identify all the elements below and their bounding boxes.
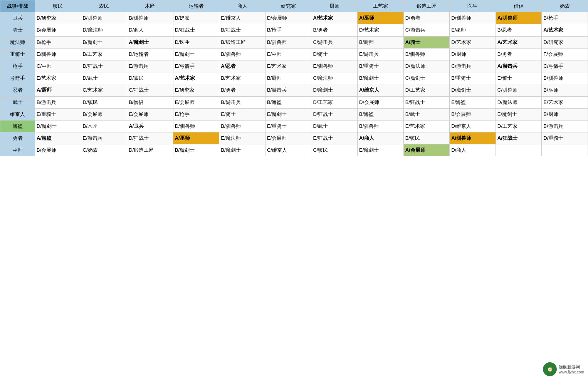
cell-0-8: D/勇者	[403, 12, 450, 24]
cell-10-5: E/会展师	[265, 132, 311, 144]
cell-11-11	[542, 144, 588, 156]
cell-5-0: E/艺术家	[35, 72, 81, 84]
cell-11-9: D/商人	[450, 144, 496, 156]
cell-10-9: A/驯兽师	[450, 132, 496, 144]
cell-3-11: F/会展师	[542, 48, 588, 60]
cell-8-1: B/会展师	[81, 108, 127, 120]
cell-10-1: E/游击兵	[81, 132, 127, 144]
cell-5-7: B/魔剑士	[358, 72, 404, 84]
cell-4-8: D/魔法师	[403, 60, 450, 72]
cell-0-11: B/枪手	[542, 12, 588, 24]
cell-7-6: D/工艺家	[311, 96, 358, 108]
cell-2-8: A/骑士	[403, 36, 450, 48]
cell-1-11: A/艺术家	[542, 24, 588, 36]
row-header-1: 骑士	[0, 24, 35, 36]
cell-3-4: B/驯兽师	[219, 48, 265, 60]
cell-3-3: E/魔剑士	[173, 48, 219, 60]
cell-1-7: D/艺术家	[358, 24, 404, 36]
cell-6-10: C/驯兽师	[496, 84, 542, 96]
cell-10-8: B/镇民	[403, 132, 450, 144]
cell-6-9: D/魔剑士	[450, 84, 496, 96]
cell-11-4: B/魔剑士	[219, 144, 265, 156]
cell-10-3: A/巫师	[173, 132, 219, 144]
cell-5-2: D/农民	[127, 72, 173, 84]
cell-8-8: B/武士	[403, 108, 450, 120]
col-header-0: 镇民	[35, 0, 81, 12]
cell-7-10: D/魔法师	[496, 96, 542, 108]
cell-10-0: A/海盗	[35, 132, 81, 144]
table-row: 弓箭手E/艺术家D/武士D/农民A/艺术家B/艺术家B/厨师C/魔法师B/魔剑士…	[0, 72, 588, 84]
cell-9-10: D/工艺家	[496, 120, 542, 132]
cell-8-2: E/会展师	[127, 108, 173, 120]
cell-7-7: D/会展师	[358, 96, 404, 108]
col-header-4: 商人	[219, 0, 265, 12]
cell-3-2: D/运输者	[127, 48, 173, 60]
cell-5-8: C/魔剑士	[403, 72, 450, 84]
cell-9-1: B/木匠	[81, 120, 127, 132]
cell-11-3: B/魔剑士	[173, 144, 219, 156]
cell-5-5: B/厨师	[265, 72, 311, 84]
table-row: 维京人E/重骑士B/会展师E/会展师E/枪手E/骑士E/魔剑士D/狂战士B/海盗…	[0, 108, 588, 120]
corner-header: 战职×非战	[0, 0, 35, 12]
cell-1-0: B/会展师	[35, 24, 81, 36]
cell-1-9: E/巫师	[450, 24, 496, 36]
cell-5-9: B/重骑士	[450, 72, 496, 84]
cell-11-0: B/会展师	[35, 144, 81, 156]
cell-4-4: A/忍者	[219, 60, 265, 72]
cell-5-10: E/骑士	[496, 72, 542, 84]
cell-3-0: E/驯兽师	[35, 48, 81, 60]
cell-3-1: B/工艺家	[81, 48, 127, 60]
table-row: 魔法师B/枪手B/魔剑士A/魔剑士D/医生B/锻造工匠B/驯兽师C/游击兵B/厨…	[0, 36, 588, 48]
cell-2-4: B/锻造工匠	[219, 36, 265, 48]
cell-3-5: E/巫师	[265, 48, 311, 60]
cell-0-5: D/会展师	[265, 12, 311, 24]
cell-10-6: E/狂战士	[311, 132, 358, 144]
cell-2-6: C/游击兵	[311, 36, 358, 48]
cell-2-5: B/驯兽师	[265, 36, 311, 48]
cell-3-10: B/勇者	[496, 48, 542, 60]
cell-10-10: A/狂战士	[496, 132, 542, 144]
row-header-4: 枪手	[0, 60, 35, 72]
cell-9-0: D/魔剑士	[35, 120, 81, 132]
col-header-9: 医生	[450, 0, 496, 12]
cell-0-10: A/驯兽师	[496, 12, 542, 24]
row-header-2: 魔法师	[0, 36, 35, 48]
cell-6-11: B/巫师	[542, 84, 588, 96]
cell-11-7: E/魔剑士	[358, 144, 404, 156]
cell-6-1: C/艺术家	[81, 84, 127, 96]
cell-7-0: B/游击兵	[35, 96, 81, 108]
cell-1-2: D/商人	[127, 24, 173, 36]
cell-0-4: E/维京人	[219, 12, 265, 24]
cell-9-11: B/游击兵	[542, 120, 588, 132]
cell-11-6: C/镇民	[311, 144, 358, 156]
cell-1-8: C/游击兵	[403, 24, 450, 36]
cell-11-8: A/会展师	[403, 144, 450, 156]
cell-9-9: D/维京人	[450, 120, 496, 132]
table-row: 重骑士E/驯兽师B/工艺家D/运输者E/魔剑士B/驯兽师E/巫师D/骑士E/游击…	[0, 48, 588, 60]
col-header-8: 锻造工匠	[403, 0, 450, 12]
cell-9-4: B/驯兽师	[219, 120, 265, 132]
cell-1-10: B/忍者	[496, 24, 542, 36]
main-table: 战职×非战 镇民农民木匠运输者商人研究家厨师工艺家锻造工匠医生僧侣奶农 卫兵D/…	[0, 0, 588, 156]
cell-5-4: B/艺术家	[219, 72, 265, 84]
table-row: 海盗D/魔剑士B/木匠A/卫兵D/驯兽师B/驯兽师E/重骑士D/武士B/驯兽师E…	[0, 120, 588, 132]
cell-4-5: E/艺术家	[265, 60, 311, 72]
cell-0-7: A/巫师	[358, 12, 404, 24]
cell-2-9: D/艺术家	[450, 36, 496, 48]
row-header-9: 海盗	[0, 120, 35, 132]
cell-9-2: A/卫兵	[127, 120, 173, 132]
cell-4-11: C/弓箭手	[542, 60, 588, 72]
cell-4-3: E/弓箭手	[173, 60, 219, 72]
cell-1-1: D/魔法师	[81, 24, 127, 36]
table-row: 忍者A/厨师C/艺术家C/狂战士E/研究家B/勇者B/游击兵D/魔剑士A/维京人…	[0, 84, 588, 96]
cell-0-0: D/研究家	[35, 12, 81, 24]
col-header-11: 奶农	[542, 0, 588, 12]
table-row: 骑士B/会展师D/魔法师D/商人D/狂战士B/狂战士B/枪手B/勇者D/艺术家C…	[0, 24, 588, 36]
cell-6-7: A/维京人	[358, 84, 404, 96]
cell-9-6: D/武士	[311, 120, 358, 132]
cell-8-7: B/海盗	[358, 108, 404, 120]
cell-6-5: B/游击兵	[265, 84, 311, 96]
row-header-6: 忍者	[0, 84, 35, 96]
cell-10-7: A/商人	[358, 132, 404, 144]
col-header-3: 运输者	[173, 0, 219, 12]
